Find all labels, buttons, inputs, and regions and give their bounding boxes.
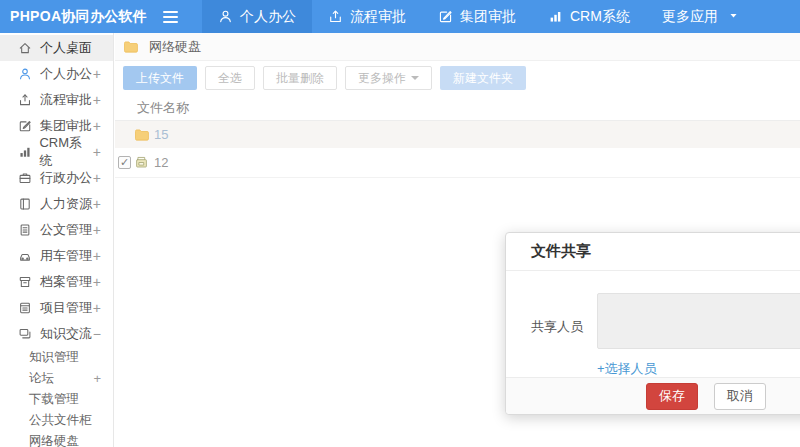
expand-toggle-icon: + bbox=[93, 222, 101, 238]
sidebar-item[interactable]: 个人办公+ bbox=[0, 61, 113, 87]
expand-toggle-icon: + bbox=[93, 66, 101, 82]
topnav-item[interactable]: 更多应用 bbox=[646, 0, 756, 33]
toolbar-button-label: 全选 bbox=[218, 70, 242, 87]
cabinet-icon bbox=[134, 155, 149, 170]
toolbar-button[interactable]: 新建文件夹 bbox=[440, 66, 526, 90]
sidebar-item[interactable]: 项目管理+ bbox=[0, 295, 113, 321]
topnav-item-label: 集团审批 bbox=[460, 8, 516, 26]
menu-toggle-icon[interactable] bbox=[150, 0, 190, 33]
sidebar-sub-item[interactable]: 知识管理 bbox=[0, 347, 113, 368]
topnav-item-label: 流程审批 bbox=[350, 8, 406, 26]
edit-icon bbox=[438, 9, 453, 24]
sidebar-item-label: 用车管理 bbox=[40, 247, 92, 265]
sidebar-item[interactable]: 档案管理+ bbox=[0, 269, 113, 295]
folder-icon bbox=[123, 39, 138, 54]
breadcrumb-label: 网络硬盘 bbox=[149, 38, 201, 56]
modal-body: 共享人员 +选择人员 bbox=[506, 271, 800, 378]
folder-icon bbox=[134, 127, 149, 142]
sidebar-item-label: 集团审批 bbox=[40, 117, 92, 135]
topnav-item[interactable]: 个人办公 bbox=[202, 0, 312, 33]
choose-members-link[interactable]: +选择人员 bbox=[597, 360, 657, 378]
sidebar-item[interactable]: 行政办公+ bbox=[0, 165, 113, 191]
sidebar-item-label: CRM系统 bbox=[39, 134, 92, 170]
share-members-label: 共享人员 bbox=[531, 318, 583, 378]
share-members-field-group: +选择人员 bbox=[597, 293, 800, 378]
file-table-header: 文件名称 bbox=[115, 95, 800, 121]
expand-toggle-icon: + bbox=[93, 170, 101, 186]
toolbar-button[interactable]: 全选 bbox=[205, 66, 255, 90]
sidebar-sub-item[interactable]: 公共文件柜 bbox=[0, 410, 113, 431]
modal-footer: 保存 取消 bbox=[506, 377, 800, 414]
document-icon bbox=[18, 223, 32, 237]
chat-icon bbox=[18, 327, 32, 341]
person-icon bbox=[18, 67, 32, 81]
file-name-link[interactable]: 15 bbox=[154, 127, 168, 142]
sidebar-sub-item-label: 公共文件柜 bbox=[29, 412, 92, 429]
expand-toggle-icon: + bbox=[93, 274, 101, 290]
toolbar-button-label: 批量删除 bbox=[276, 70, 324, 87]
sidebar-item[interactable]: 个人桌面 bbox=[0, 35, 113, 61]
row-checkbox[interactable]: ✓ bbox=[118, 156, 131, 169]
sidebar-item-label: 知识交流 bbox=[40, 325, 92, 343]
chart-icon bbox=[18, 145, 32, 159]
file-name-link[interactable]: 12 bbox=[154, 155, 168, 170]
toolbar-button[interactable]: 上传文件 bbox=[123, 66, 197, 90]
file-row[interactable]: 15 bbox=[115, 121, 800, 148]
file-row[interactable]: ✓12 bbox=[115, 148, 800, 178]
topnav-item[interactable]: 流程审批 bbox=[312, 0, 422, 33]
save-button[interactable]: 保存 bbox=[646, 383, 698, 410]
caret-down-icon bbox=[727, 9, 740, 22]
toolbar-button-label: 上传文件 bbox=[136, 70, 184, 87]
caret-down-icon bbox=[411, 76, 419, 80]
sidebar-item[interactable]: 用车管理+ bbox=[0, 243, 113, 269]
sidebar-item-label: 行政办公 bbox=[40, 169, 92, 187]
sidebar-item[interactable]: 知识交流− bbox=[0, 321, 113, 347]
sidebar-item[interactable]: 人力资源+ bbox=[0, 191, 113, 217]
toolbar-button-label: 新建文件夹 bbox=[453, 70, 513, 87]
sidebar-sub-item[interactable]: 下载管理 bbox=[0, 389, 113, 410]
cancel-button[interactable]: 取消 bbox=[714, 383, 766, 410]
sidebar-item-label: 人力资源 bbox=[40, 195, 92, 213]
sidebar-sub-item-label: 网络硬盘 bbox=[29, 433, 79, 447]
topnav-item[interactable]: 集团审批 bbox=[422, 0, 532, 33]
car-icon bbox=[18, 249, 32, 263]
expand-toggle-icon: + bbox=[93, 118, 101, 134]
toolbar-button[interactable]: 批量删除 bbox=[263, 66, 337, 90]
expand-toggle-icon: + bbox=[93, 196, 101, 212]
sidebar-item[interactable]: 流程审批+ bbox=[0, 87, 113, 113]
sidebar-item[interactable]: CRM系统+ bbox=[0, 139, 113, 165]
file-share-modal: 文件共享 共享人员 +选择人员 保存 取消 bbox=[505, 232, 800, 415]
edit-icon bbox=[18, 119, 32, 133]
topbar: PHPOA协同办公软件 个人办公流程审批集团审批CRM系统更多应用 bbox=[0, 0, 800, 33]
sidebar-item-label: 个人桌面 bbox=[40, 39, 92, 57]
sidebar-main-items: 个人桌面个人办公+流程审批+集团审批+CRM系统+行政办公+人力资源+公文管理+… bbox=[0, 35, 113, 347]
expand-toggle-icon: + bbox=[93, 144, 101, 160]
breadcrumb: 网络硬盘 bbox=[115, 33, 800, 61]
sidebar-item[interactable]: 公文管理+ bbox=[0, 217, 113, 243]
sidebar-item-label: 流程审批 bbox=[40, 91, 92, 109]
project-icon bbox=[18, 301, 32, 315]
expand-toggle-icon: − bbox=[93, 326, 101, 342]
toolbar-button[interactable]: 更多操作 bbox=[345, 66, 432, 90]
modal-title: 文件共享 bbox=[506, 233, 800, 271]
expand-toggle-icon: + bbox=[93, 300, 101, 316]
topnav-item-label: CRM系统 bbox=[570, 8, 630, 26]
sidebar-sub-items: 知识管理论坛+下载管理公共文件柜网络硬盘 bbox=[0, 347, 113, 447]
topnav-item-label: 更多应用 bbox=[662, 8, 718, 26]
topnav-item[interactable]: CRM系统 bbox=[532, 0, 646, 33]
sidebar-item-label: 个人办公 bbox=[40, 65, 92, 83]
archive-icon bbox=[18, 275, 32, 289]
sidebar-sub-item-label: 知识管理 bbox=[29, 349, 79, 366]
sidebar-item-label: 档案管理 bbox=[40, 273, 92, 291]
sidebar-sub-item-label: 论坛 bbox=[29, 370, 54, 387]
toolbar-button-label: 更多操作 bbox=[358, 70, 406, 87]
expand-toggle-icon: + bbox=[93, 92, 101, 108]
expand-toggle-icon: + bbox=[93, 371, 101, 386]
topnav: 个人办公流程审批集团审批CRM系统更多应用 bbox=[202, 0, 756, 33]
sidebar-sub-item[interactable]: 论坛+ bbox=[0, 368, 113, 389]
folder-icon bbox=[123, 39, 138, 54]
share-members-input[interactable] bbox=[597, 293, 800, 349]
book-icon bbox=[18, 197, 32, 211]
person-icon bbox=[218, 9, 233, 24]
sidebar-sub-item[interactable]: 网络硬盘 bbox=[0, 431, 113, 447]
